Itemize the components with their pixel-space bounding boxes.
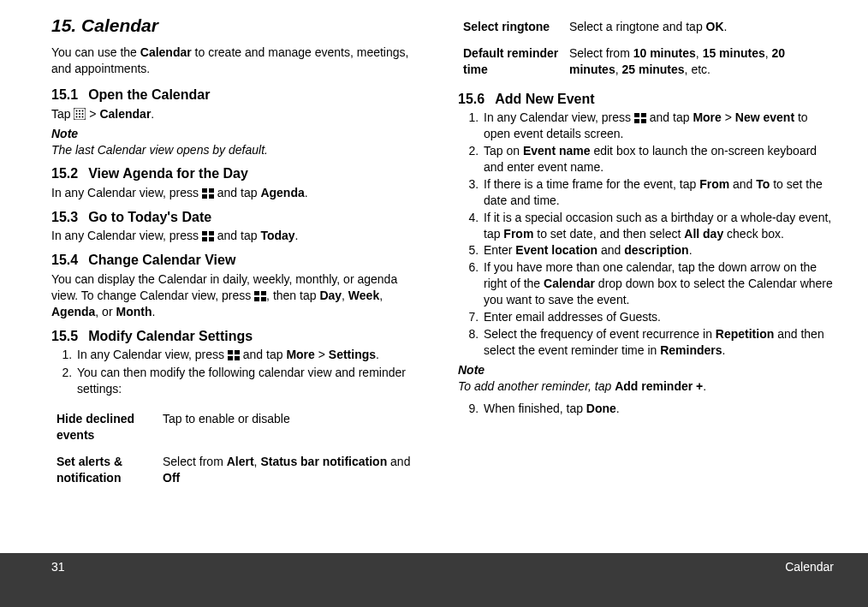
table-row: Default reminder time Select from 10 min…	[458, 40, 834, 83]
chapter-title: 15. Calendar	[51, 14, 427, 38]
setting-label: Default reminder time	[458, 40, 569, 83]
menu-icon	[202, 188, 214, 199]
list-item: If it is a special occasion such as a bi…	[482, 210, 834, 242]
section-15-2-body: In any Calendar view, press and tap Agen…	[51, 185, 427, 201]
chapter-name: Calendar	[81, 15, 158, 35]
menu-icon	[634, 113, 646, 123]
section-15-5-steps: In any Calendar view, press and tap More…	[51, 347, 427, 397]
svg-rect-28	[634, 119, 639, 123]
svg-rect-10	[202, 188, 207, 193]
section-15-3-body: In any Calendar view, press and tap Toda…	[51, 228, 427, 244]
footer-section: Calendar	[785, 560, 834, 574]
list-item: Enter email addresses of Guests.	[482, 309, 834, 325]
list-item: When finished, tap Done.	[482, 401, 834, 417]
section-15-6-steps-cont: When finished, tap Done.	[458, 401, 834, 417]
setting-desc: Tap to enable or disable	[163, 406, 427, 449]
setting-desc: Select a ringtone and tap OK.	[569, 14, 834, 40]
page-footer: 31 Calendar	[0, 553, 868, 607]
menu-icon	[254, 291, 266, 301]
svg-rect-22	[228, 350, 233, 354]
svg-rect-24	[228, 356, 233, 360]
svg-point-6	[82, 113, 84, 115]
svg-rect-20	[254, 297, 259, 301]
list-item: If there is a time frame for the event, …	[482, 176, 834, 209]
menu-icon	[202, 231, 214, 241]
note-label: Note	[458, 362, 834, 378]
table-row: Select ringtone Select a ringtone and ta…	[458, 14, 834, 40]
svg-point-9	[82, 116, 84, 117]
list-item: In any Calendar view, press and tap More…	[482, 110, 834, 142]
svg-rect-16	[202, 237, 207, 241]
setting-desc: Select from 10 minutes, 15 minutes, 20 m…	[569, 40, 834, 83]
svg-point-8	[79, 116, 80, 117]
list-item: You can then modify the following calend…	[75, 365, 427, 397]
svg-point-2	[79, 110, 80, 111]
svg-rect-26	[634, 113, 639, 117]
list-item: Select the frequency of event recurrence…	[482, 326, 834, 359]
svg-point-3	[82, 110, 84, 111]
section-15-4-heading: 15.4Change Calendar View	[51, 251, 427, 270]
note-body: The last Calendar view opens by default.	[51, 142, 427, 158]
table-row: Set alerts & notification Select from Al…	[51, 449, 427, 491]
setting-desc: Select from Alert, Status bar notificati…	[163, 449, 427, 491]
section-15-6-steps: In any Calendar view, press and tap More…	[458, 110, 834, 358]
setting-label: Select ringtone	[458, 14, 569, 40]
section-15-1-heading: 15.1Open the Calendar	[51, 86, 427, 104]
svg-point-4	[76, 113, 78, 115]
section-15-1-body: Tap > Calendar.	[51, 106, 427, 122]
section-15-2-heading: 15.2View Agenda for the Day	[51, 164, 427, 183]
svg-rect-18	[254, 291, 259, 295]
content-columns: 15. Calendar You can use the Calendar to…	[0, 0, 868, 553]
list-item: Tap on Event name edit box to launch the…	[482, 143, 834, 176]
setting-label: Hide declined events	[51, 406, 163, 449]
chapter-num: 15.	[51, 15, 76, 35]
settings-table-part1: Hide declined events Tap to enable or di…	[51, 406, 427, 491]
svg-point-1	[76, 110, 78, 111]
section-15-4-body: You can display the Calendar in daily, w…	[51, 271, 427, 320]
list-item: If you have more than one calendar, tap …	[482, 259, 834, 308]
svg-rect-14	[202, 231, 207, 235]
list-item: Enter Event location and description.	[482, 242, 834, 259]
setting-label: Set alerts & notification	[51, 449, 163, 491]
menu-icon	[228, 350, 240, 360]
page-number: 31	[51, 560, 65, 574]
svg-point-5	[79, 113, 80, 115]
left-column: 15. Calendar You can use the Calendar to…	[51, 14, 427, 553]
section-15-3-heading: 15.3Go to Today's Date	[51, 208, 427, 227]
section-15-5-heading: 15.5Modify Calendar Settings	[51, 327, 427, 346]
note-body: To add another reminder, tap Add reminde…	[458, 378, 834, 395]
table-row: Hide declined events Tap to enable or di…	[51, 406, 427, 449]
settings-table-part2: Select ringtone Select a ringtone and ta…	[458, 14, 834, 83]
svg-point-7	[76, 116, 78, 117]
right-column: Select ringtone Select a ringtone and ta…	[458, 14, 834, 553]
list-item: In any Calendar view, press and tap More…	[75, 347, 427, 363]
page: 15. Calendar You can use the Calendar to…	[0, 0, 868, 607]
section-15-6-heading: 15.6Add New Event	[458, 90, 834, 109]
apps-grid-icon	[74, 108, 86, 120]
note-label: Note	[51, 126, 427, 142]
chapter-intro: You can use the Calendar to create and m…	[51, 45, 427, 77]
svg-rect-12	[202, 194, 207, 199]
